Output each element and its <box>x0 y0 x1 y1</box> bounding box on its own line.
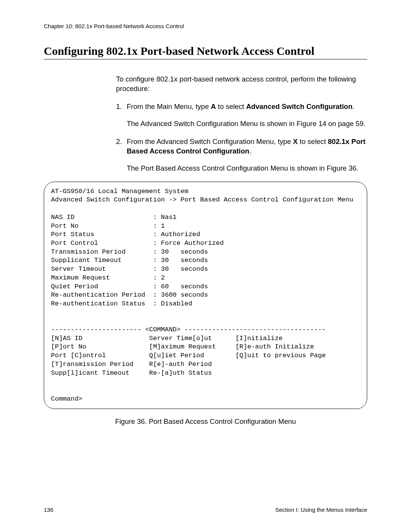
intro-paragraph: To configure 802.1x port-based network a… <box>116 75 367 94</box>
field-row: Re-authentication Status : Disabled <box>51 300 192 307</box>
step-number: 2. <box>116 137 127 156</box>
text: From the Main Menu, type <box>127 102 211 110</box>
step-1-follow: The Advanced Switch Configuration Menu i… <box>127 119 367 129</box>
field-row: NAS ID : Nas1 <box>51 214 177 221</box>
command-divider: ----------------------- <COMMAND> ------… <box>51 326 326 333</box>
text: . <box>352 102 354 110</box>
field-row: Maximum Request : 2 <box>51 274 165 281</box>
field-row: Port No : 1 <box>51 222 165 230</box>
text: to select <box>298 137 328 145</box>
section-label: Section I: Using the Menus Interface <box>275 506 367 513</box>
field-row: Server Timeout : 30 seconds <box>51 265 208 273</box>
field-row: Port Status : Authorized <box>51 231 200 238</box>
field-row: Transmission Period : 30 seconds <box>51 248 208 256</box>
step-text: From the Main Menu, type A to select Adv… <box>127 102 367 112</box>
cmd-row: [N]AS ID Server Time[o]ut [I]nitialize <box>51 335 283 342</box>
key: X <box>293 137 298 145</box>
text: to select <box>216 102 246 110</box>
cmd-row: [T]ransmission Period R[e]-auth Period <box>51 361 212 368</box>
cmd-row: Port [C]ontrol Q[u]iet Period [Q]uit to … <box>51 352 326 359</box>
cmd-row: [P]ort No [M]aximum Request [R]e-auth In… <box>51 343 314 350</box>
figure-caption: Figure 36. Port Based Access Control Con… <box>44 417 367 426</box>
page: Chapter 10: 802.1x Port-based Network Ac… <box>0 0 411 532</box>
terminal-screen: AT-GS950/16 Local Management System Adva… <box>44 182 367 409</box>
step-text: From the Advanced Switch Configuration M… <box>127 137 367 156</box>
chapter-header: Chapter 10: 802.1x Port-based Network Ac… <box>44 23 367 29</box>
cmd-row: Supp[l]icant Timeout Re-[a]uth Status <box>51 369 212 377</box>
page-title: Configuring 802.1x Port-based Network Ac… <box>44 45 367 58</box>
key: A <box>211 102 216 110</box>
field-row: Re-authentication Period : 3600 seconds <box>51 291 208 299</box>
field-row: Quiet Period : 60 seconds <box>51 283 208 290</box>
terminal-title: AT-GS950/16 Local Management System <box>51 188 188 195</box>
step-number: 1. <box>116 102 127 112</box>
title-rule <box>44 59 367 59</box>
page-number: 136 <box>44 506 53 513</box>
body-block: To configure 802.1x port-based network a… <box>116 75 367 173</box>
terminal-breadcrumb: Advanced Switch Configuration -> Port Ba… <box>51 196 353 203</box>
text: . <box>249 147 251 155</box>
field-row: Supplicant Timeout : 30 seconds <box>51 257 208 264</box>
page-footer: 136 Section I: Using the Menus Interface <box>44 506 367 513</box>
text: From the Advanced Switch Configuration M… <box>127 137 293 145</box>
field-row: Port Control : Force Authorized <box>51 240 224 247</box>
step-1: 1. From the Main Menu, type A to select … <box>116 102 367 112</box>
step-2-follow: The Port Based Access Control Configurat… <box>127 164 367 173</box>
menu-name: Advanced Switch Configuration <box>246 102 353 110</box>
command-prompt: Command> <box>51 395 83 403</box>
step-2: 2. From the Advanced Switch Configuratio… <box>116 137 367 156</box>
